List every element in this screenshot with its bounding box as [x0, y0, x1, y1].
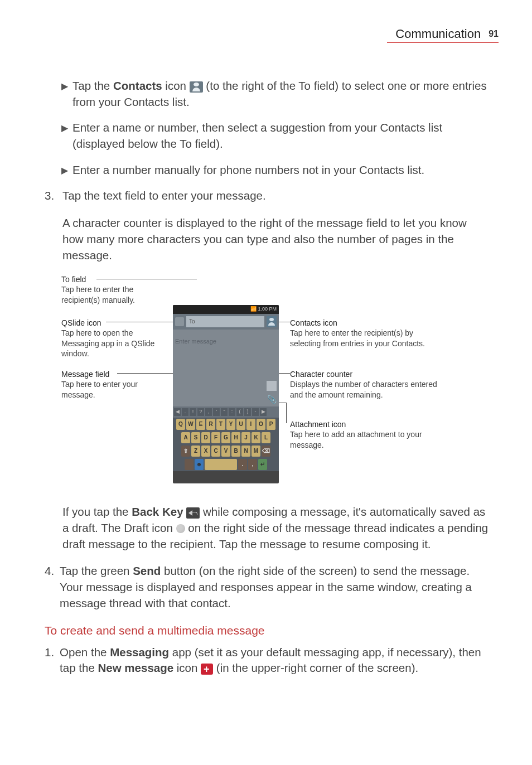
- key-x[interactable]: X: [201, 446, 210, 457]
- header-title: Communication: [395, 27, 481, 41]
- key-l[interactable]: L: [262, 432, 270, 443]
- status-time: 1:00 PM: [258, 306, 277, 312]
- callout-title: Contacts icon: [290, 318, 337, 327]
- emoji-key[interactable]: ☻: [195, 459, 204, 470]
- shift-key[interactable]: ⇧: [181, 446, 190, 457]
- to-input[interactable]: To: [186, 316, 264, 327]
- backspace-key[interactable]: ⌫: [262, 446, 270, 457]
- key-w[interactable]: W: [186, 419, 195, 430]
- key-c[interactable]: C: [211, 446, 220, 457]
- character-counter-box: [267, 381, 277, 391]
- key-p[interactable]: P: [267, 419, 275, 430]
- key-o[interactable]: O: [257, 419, 265, 430]
- step-4-content: Tap the green Send button (on the right …: [60, 563, 491, 611]
- lead-line: [278, 373, 290, 374]
- key-a[interactable]: A: [181, 432, 190, 443]
- step-number: 3.: [45, 188, 57, 204]
- callout-desc: Tap here to enter the recipient(s) by se…: [290, 328, 425, 347]
- lead-line: [117, 373, 176, 374]
- lead-line: [286, 403, 287, 423]
- messaging-word: Messaging: [110, 646, 169, 659]
- bullet-3-text: Enter a number manually for phone number…: [72, 162, 424, 178]
- back-key-para: If you tap the Back Key while composing …: [62, 504, 491, 552]
- callout-counter: Character counter Displays the number of…: [290, 369, 446, 400]
- message-area[interactable]: Enter message 📎: [173, 330, 279, 406]
- bullet-1: ▶ Tap the Contacts icon (to the right of…: [61, 78, 491, 110]
- bullet-3: ▶ Enter a number manually for phone numb…: [61, 162, 491, 178]
- key-t[interactable]: T: [216, 419, 225, 430]
- text: Tap the: [72, 79, 113, 92]
- step-1-mms: 1. Open the Messaging app (set it as you…: [45, 645, 491, 676]
- status-bar: 📶 1:00 PM: [173, 305, 279, 314]
- key-r[interactable]: R: [206, 419, 215, 430]
- key-v[interactable]: V: [221, 446, 230, 457]
- text: icon: [162, 79, 190, 92]
- step-number: 4.: [45, 563, 54, 611]
- contacts-word: Contacts: [113, 79, 162, 92]
- back-key-icon: [186, 507, 200, 519]
- step-3: 3. Tap the text field to enter your mess…: [45, 188, 491, 204]
- key-j[interactable]: J: [241, 432, 250, 443]
- key-g[interactable]: G: [221, 432, 230, 443]
- keyboard-row-1: Q W E R T Y U I O P: [173, 418, 279, 431]
- back-key-word: Back Key: [132, 505, 183, 518]
- suggestion-row: ◀ .!?, '" :()- ▶: [173, 406, 279, 418]
- text: If you tap the: [62, 505, 132, 518]
- lead-line: [106, 322, 176, 322]
- text: Open the: [60, 646, 110, 659]
- comma-key[interactable]: ,: [248, 459, 257, 470]
- left-arrow-icon[interactable]: ◀: [174, 408, 181, 416]
- lead-line: [278, 322, 290, 322]
- enter-key[interactable]: ↵: [258, 459, 267, 470]
- callout-attachment: Attachment icon Tap here to add an attac…: [290, 419, 446, 450]
- key-h[interactable]: H: [231, 432, 240, 443]
- callout-desc: Displays the number of characters entere…: [290, 380, 437, 399]
- messaging-figure: To field Tap here to enter the recipient…: [61, 274, 491, 486]
- key-b[interactable]: B: [231, 446, 240, 457]
- key-m[interactable]: M: [252, 446, 260, 457]
- callout-contacts: Contacts icon Tap here to enter the reci…: [290, 318, 446, 348]
- callout-message-field: Message field Tap here to enter your mes…: [61, 369, 162, 400]
- callout-title: Attachment icon: [290, 420, 346, 429]
- bullet-marker-icon: ▶: [61, 120, 68, 152]
- page-header: Communication 91: [395, 27, 499, 41]
- key-k[interactable]: K: [252, 432, 260, 443]
- key-n[interactable]: N: [241, 446, 250, 457]
- keyboard-row-4: ☻ . , ↵: [173, 458, 279, 471]
- callout-title: Message field: [61, 370, 109, 379]
- space-key[interactable]: [205, 459, 237, 470]
- period-key[interactable]: .: [238, 459, 247, 470]
- key-u[interactable]: U: [236, 419, 245, 430]
- bullet-2: ▶ Enter a name or number, then select a …: [61, 120, 491, 152]
- draft-icon: [176, 524, 185, 533]
- key-i[interactable]: I: [246, 419, 255, 430]
- step-number: 1.: [45, 645, 54, 676]
- text: (in the upper-right corner of the screen…: [213, 661, 418, 674]
- text: Tap the green: [60, 564, 133, 577]
- key-q[interactable]: Q: [176, 419, 185, 430]
- callout-title: QSlide icon: [61, 318, 101, 327]
- page-number: 91: [489, 29, 499, 39]
- contacts-icon: [190, 81, 203, 93]
- key-d[interactable]: D: [201, 432, 210, 443]
- keyboard: Q W E R T Y U I O P A S D F G H: [173, 418, 279, 471]
- lead-line: [96, 279, 197, 279]
- section-heading: To create and send a multimedia message: [45, 622, 491, 638]
- key-z[interactable]: Z: [191, 446, 200, 457]
- callout-desc: Tap here to enter your message.: [61, 380, 138, 399]
- right-arrow-icon[interactable]: ▶: [260, 408, 267, 416]
- key-y[interactable]: Y: [226, 419, 235, 430]
- qslide-button[interactable]: [175, 317, 184, 326]
- send-word: Send: [133, 564, 161, 577]
- sym-key[interactable]: [185, 459, 194, 470]
- page-content: ▶ Tap the Contacts icon (to the right of…: [45, 78, 491, 687]
- step-text: Tap the text field to enter your message…: [62, 188, 266, 204]
- new-message-word: New message: [98, 661, 174, 674]
- contacts-button[interactable]: [267, 316, 277, 327]
- key-s[interactable]: S: [191, 432, 200, 443]
- key-e[interactable]: E: [196, 419, 205, 430]
- text: button (on the right side of the screen)…: [161, 564, 470, 577]
- attachment-icon[interactable]: 📎: [267, 394, 277, 404]
- lead-line: [278, 403, 286, 403]
- key-f[interactable]: F: [211, 432, 220, 443]
